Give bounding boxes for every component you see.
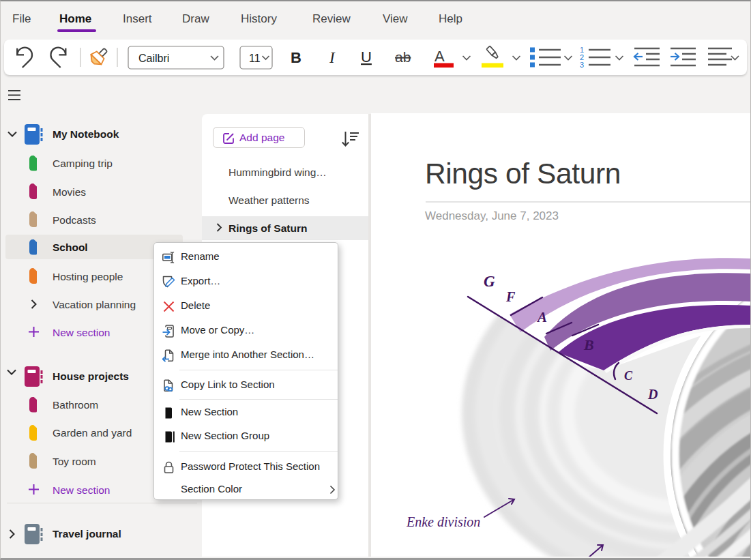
svg-text:Enke division: Enke division [406,514,480,529]
svg-text:11: 11 [249,53,261,64]
svg-text:A: A [435,48,445,65]
svg-text:Cailbri: Cailbri [138,53,169,64]
svg-text:D: D [647,387,658,402]
svg-text:A: A [536,309,547,325]
svg-text:U: U [361,48,372,65]
svg-text:G: G [484,273,495,290]
svg-text:I: I [329,49,336,66]
svg-text:ab: ab [395,49,411,65]
svg-text:F: F [505,289,516,304]
svg-text:B: B [291,49,301,66]
svg-text:B: B [583,336,594,353]
svg-text:C: C [624,369,633,383]
svg-text:3: 3 [580,61,584,69]
